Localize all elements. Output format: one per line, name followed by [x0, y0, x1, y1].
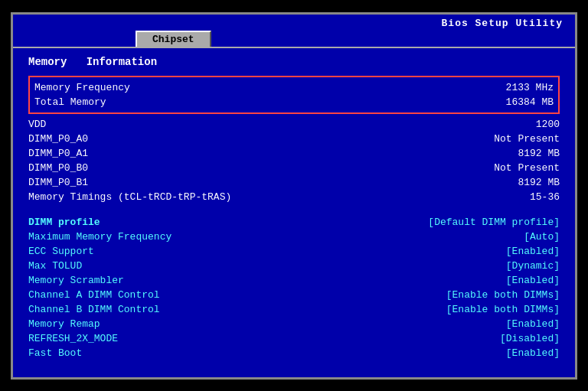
table-row[interactable]: Channel B DIMM Control [Enable both DIMM…: [28, 302, 560, 317]
dimm-p0-b1-label: DIMM_P0_B1: [28, 177, 88, 188]
fast-boot-label: Fast Boot: [28, 347, 82, 359]
dimm-p0-a1-value: 8192 MB: [518, 148, 560, 159]
refresh-2x-value: [Disabled]: [500, 333, 560, 344]
max-tolud-value: [Dynamic]: [506, 260, 560, 272]
table-row[interactable]: Channel A DIMM Control [Enable both DIMM…: [28, 288, 560, 302]
dimm-p0-a0-value: Not Present: [494, 133, 560, 145]
table-row: DIMM_P0_A0 Not Present: [28, 132, 560, 146]
max-mem-freq-label: Maximum Memory Frequency: [28, 231, 172, 243]
ch-b-dimm-value: [Enable both DIMMs]: [446, 304, 560, 315]
dimm-p0-a1-label: DIMM_P0_A1: [28, 148, 88, 159]
title-bar: Bios Setup Utility: [13, 15, 575, 29]
dimm-profile-label: DIMM profile: [28, 217, 100, 228]
dimm-profile-row: DIMM profile [Default DIMM profile]: [28, 215, 560, 230]
ch-a-dimm-label: Channel A DIMM Control: [28, 289, 160, 301]
table-row: DIMM_P0_B0 Not Present: [28, 161, 560, 175]
total-memory-value: 16384 MB: [462, 96, 554, 108]
mem-scrambler-value: [Enabled]: [506, 275, 560, 286]
dimm-p0-b0-label: DIMM_P0_B0: [28, 162, 88, 174]
memory-frequency-label: Memory Frequency: [34, 82, 130, 93]
table-row[interactable]: Max TOLUD [Dynamic]: [28, 259, 560, 273]
table-row: Memory Timings (tCL-tRCD-tRP-tRAS) 15-36: [28, 190, 560, 204]
table-row[interactable]: REFRESH_2X_MODE [Disabled]: [28, 331, 560, 346]
dimm-profile-value: [Default DIMM profile]: [428, 217, 560, 228]
table-row: VDD 1200: [28, 117, 560, 132]
max-tolud-label: Max TOLUD: [28, 260, 82, 272]
refresh-2x-label: REFRESH_2X_MODE: [28, 333, 118, 344]
memory-frequency-value: 2133 MHz: [462, 82, 554, 93]
table-row: Total Memory 16384 MB: [34, 95, 554, 109]
vdd-value: 1200: [536, 119, 560, 130]
total-memory-label: Total Memory: [34, 96, 106, 108]
mem-remap-label: Memory Remap: [28, 318, 100, 330]
table-row: DIMM_P0_A1 8192 MB: [28, 146, 560, 161]
table-row[interactable]: Memory Remap [Enabled]: [28, 317, 560, 331]
tab-row: Chipset: [13, 31, 575, 47]
bios-main-content: Memory Information Memory Frequency 2133…: [13, 47, 575, 377]
fast-boot-value: [Enabled]: [506, 347, 560, 359]
section-header: Memory Information: [28, 56, 560, 68]
dimm-p0-a0-label: DIMM_P0_A0: [28, 133, 88, 145]
table-row[interactable]: Memory Scrambler [Enabled]: [28, 273, 560, 288]
ecc-support-label: ECC Support: [28, 246, 94, 257]
dimm-p0-b1-value: 8192 MB: [518, 177, 560, 188]
section-header-prefix: Memory: [28, 56, 67, 68]
ecc-support-value: [Enabled]: [506, 246, 560, 257]
max-mem-freq-value: [Auto]: [524, 231, 560, 243]
mem-remap-value: [Enabled]: [506, 318, 560, 330]
bios-title: Bios Setup Utility: [442, 18, 563, 29]
mem-scrambler-label: Memory Scrambler: [28, 275, 124, 286]
table-row[interactable]: ECC Support [Enabled]: [28, 244, 560, 259]
table-row[interactable]: Fast Boot [Enabled]: [28, 346, 560, 360]
ch-a-dimm-value: [Enable both DIMMs]: [446, 289, 560, 301]
table-row: DIMM_P0_B1 8192 MB: [28, 175, 560, 190]
tab-chipset[interactable]: Chipset: [136, 31, 211, 47]
table-row: Memory Frequency 2133 MHz: [34, 80, 554, 95]
ch-b-dimm-label: Channel B DIMM Control: [28, 304, 160, 315]
section-header-bold: Information: [87, 56, 157, 68]
memory-timings-label: Memory Timings (tCL-tRCD-tRP-tRAS): [28, 191, 231, 203]
table-row[interactable]: Maximum Memory Frequency [Auto]: [28, 230, 560, 244]
highlighted-group: Memory Frequency 2133 MHz Total Memory 1…: [28, 76, 560, 114]
dimm-p0-b0-value: Not Present: [494, 162, 560, 174]
memory-timings-value: 15-36: [530, 191, 560, 203]
vdd-label: VDD: [28, 119, 46, 130]
bios-window: Bios Setup Utility Chipset Memory Inform…: [11, 12, 577, 380]
